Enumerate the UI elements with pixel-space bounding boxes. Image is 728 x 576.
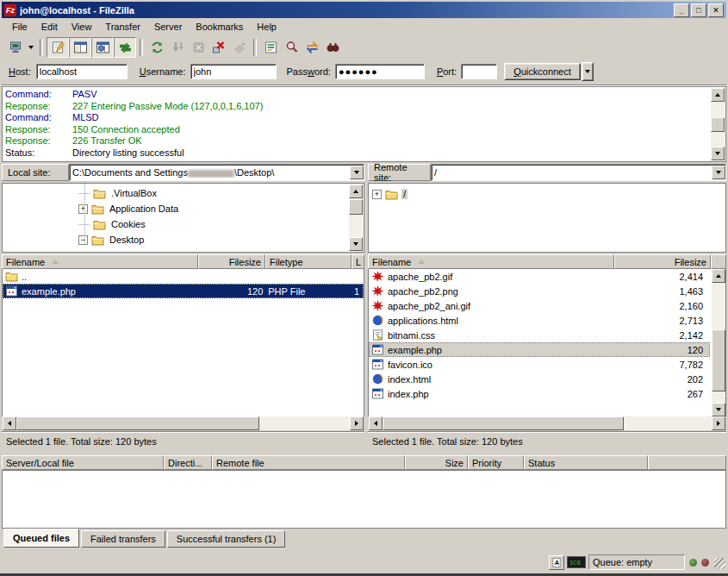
file-row[interactable]: bitnami.css2,142 xyxy=(369,328,710,342)
title-bar[interactable]: Fz john@localhost - FileZilla _ □ ✕ xyxy=(2,2,726,18)
remote-site-combo[interactable]: / xyxy=(431,164,726,181)
queue-col-remote-file[interactable]: Remote file xyxy=(212,455,405,470)
data-type-indicator-icon[interactable]: A xyxy=(549,555,564,570)
file-row[interactable]: apache_pb2.gif2,414 xyxy=(369,269,710,284)
scroll-up-button[interactable] xyxy=(349,185,363,198)
reconnect-button[interactable] xyxy=(229,38,250,57)
file-type-cell: PHP File xyxy=(265,286,352,297)
tree-item[interactable]: +/ xyxy=(372,186,724,202)
resize-grip[interactable] xyxy=(714,558,725,569)
scroll-thumb[interactable] xyxy=(712,329,725,391)
cancel-operation-button[interactable] xyxy=(188,38,208,57)
remote-path-dropdown[interactable] xyxy=(712,166,725,179)
queue-col-status[interactable]: Status xyxy=(524,455,648,470)
filter-button[interactable] xyxy=(260,38,281,57)
scroll-thumb[interactable] xyxy=(349,199,363,215)
local-hscrollbar[interactable] xyxy=(3,416,364,430)
tab-queued-files[interactable]: Queued files xyxy=(3,529,79,548)
file-row[interactable]: .. xyxy=(3,269,364,284)
file-name-cell: apache_pb2.gif xyxy=(369,271,614,282)
menu-file[interactable]: File xyxy=(5,20,34,34)
menu-help[interactable]: Help xyxy=(250,20,283,34)
menu-view[interactable]: View xyxy=(65,20,99,34)
quickconnect-dropdown[interactable] xyxy=(582,62,594,81)
minimize-button[interactable]: _ xyxy=(674,3,689,17)
local-path-dropdown[interactable] xyxy=(350,166,364,179)
expand-icon[interactable]: + xyxy=(78,204,88,214)
speed-limits-icon[interactable]: 5C0 xyxy=(567,556,586,568)
file-row[interactable]: apache_pb2.png1,463 xyxy=(369,284,710,298)
queue-col-size[interactable]: Size xyxy=(405,455,468,470)
queue-col-priority[interactable]: Priority xyxy=(468,455,524,470)
menu-bookmarks[interactable]: Bookmarks xyxy=(189,20,250,34)
tree-item[interactable]: Cookies xyxy=(3,216,349,232)
scroll-down-button[interactable] xyxy=(349,237,363,251)
toggle-message-log-button[interactable] xyxy=(47,37,69,58)
tree-item-label: .VirtualBox xyxy=(109,188,159,198)
toggle-queue-button[interactable] xyxy=(114,37,136,58)
toggle-local-tree-button[interactable] xyxy=(69,37,91,58)
file-row[interactable]: example.php120PHP File1 xyxy=(3,284,364,298)
local-col-modified[interactable]: L xyxy=(352,254,364,269)
local-col-filesize[interactable]: Filesize xyxy=(198,254,265,269)
maximize-button[interactable]: □ xyxy=(691,3,706,17)
scroll-left-button[interactable] xyxy=(369,416,383,430)
menu-transfer[interactable]: Transfer xyxy=(98,20,147,34)
queue-col-server-local-file[interactable]: Server/Local file xyxy=(2,455,164,470)
username-input[interactable] xyxy=(190,64,277,79)
quickconnect-button[interactable]: Quickconnect xyxy=(504,63,581,80)
disconnect-button[interactable] xyxy=(208,38,229,57)
remote-list-scrollbar[interactable] xyxy=(712,269,725,416)
scroll-up-button[interactable] xyxy=(711,88,725,102)
host-input[interactable] xyxy=(36,64,128,79)
local-site-combo[interactable]: C:\Documents and Settings\Desktop\ xyxy=(69,164,364,181)
remote-col-filename[interactable]: Filename xyxy=(368,254,614,269)
file-row[interactable]: index.php267 xyxy=(369,386,710,401)
local-tree-scrollbar[interactable] xyxy=(349,185,363,251)
scroll-down-button[interactable] xyxy=(711,147,725,160)
file-row[interactable]: applications.html2,713 xyxy=(369,313,710,328)
file-row[interactable]: index.html202 xyxy=(369,372,710,386)
site-manager-dropdown[interactable] xyxy=(26,38,36,57)
file-row[interactable]: example.php120 xyxy=(369,342,710,357)
directory-comparison-button[interactable] xyxy=(281,38,302,57)
tab-failed-transfers[interactable]: Failed transfers xyxy=(81,530,165,548)
tab-successful-transfers[interactable]: Successful transfers (1) xyxy=(167,530,286,548)
menu-server[interactable]: Server xyxy=(147,20,189,34)
scroll-right-button[interactable] xyxy=(350,416,364,430)
find-files-button[interactable] xyxy=(322,38,343,57)
tree-guide-line xyxy=(84,184,85,243)
remote-col-filesize[interactable]: Filesize xyxy=(614,254,711,269)
site-manager-button[interactable] xyxy=(5,38,26,57)
panel-splitter[interactable] xyxy=(364,164,368,451)
toggle-remote-tree-button[interactable] xyxy=(91,37,114,58)
menu-edit[interactable]: Edit xyxy=(34,20,65,34)
scroll-down-button[interactable] xyxy=(712,403,725,416)
port-input[interactable] xyxy=(461,64,497,79)
file-row[interactable]: apache_pb2_ani.gif2,160 xyxy=(369,298,710,313)
log-scrollbar[interactable] xyxy=(711,88,725,160)
tree-item[interactable]: +Application Data xyxy=(3,201,349,216)
scroll-left-button[interactable] xyxy=(3,416,16,430)
tree-item[interactable]: −Desktop xyxy=(3,232,349,247)
scroll-thumb[interactable] xyxy=(383,416,624,430)
scroll-right-button[interactable] xyxy=(712,416,725,430)
local-col-filetype[interactable]: Filetype xyxy=(265,254,352,269)
menu-bar: File Edit View Transfer Server Bookmarks… xyxy=(2,18,726,35)
scroll-thumb[interactable] xyxy=(16,416,259,430)
expand-icon[interactable]: + xyxy=(372,190,382,199)
process-queue-button[interactable] xyxy=(167,38,188,57)
password-input[interactable] xyxy=(335,64,425,79)
file-row[interactable]: favicon.ico7,782 xyxy=(369,357,710,372)
refresh-button[interactable] xyxy=(146,38,167,57)
scroll-up-button[interactable] xyxy=(712,269,725,283)
local-col-filename[interactable]: Filename xyxy=(2,254,198,269)
queue-col-direction[interactable]: Directi... xyxy=(164,455,212,470)
file-name-cell: .. xyxy=(3,271,198,282)
synchronized-browsing-button[interactable] xyxy=(302,38,322,57)
scroll-thumb[interactable] xyxy=(711,117,725,132)
close-button[interactable]: ✕ xyxy=(708,3,724,17)
collapse-icon[interactable]: − xyxy=(78,235,88,245)
tree-item[interactable]: .VirtualBox xyxy=(3,185,349,201)
remote-hscrollbar[interactable] xyxy=(369,416,725,430)
